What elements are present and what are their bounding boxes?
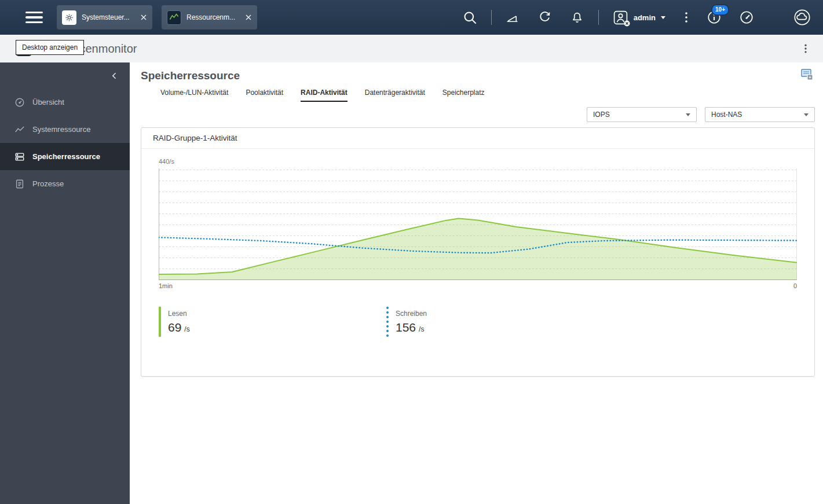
taskbar-tab-control-panel[interactable]: Systemsteuer... — [57, 5, 152, 30]
tab-datentraegeraktivitaet[interactable]: Datenträgeraktivität — [365, 89, 425, 102]
raid-activity-card: RAID-Gruppe-1-Aktivität 440/s 1min 0 Les… — [141, 127, 815, 377]
chevron-down-icon — [661, 16, 665, 19]
legend-value: 69 — [168, 321, 181, 334]
sidebar-item-systemressource[interactable]: Systemressource — [0, 116, 130, 143]
topbar: Systemsteuer... Ressourcenm... — [0, 0, 823, 35]
page-title: Speicherressource — [141, 69, 240, 82]
filter-row: IOPS Host-NAS — [141, 107, 815, 122]
chevron-down-icon — [804, 113, 809, 116]
search-icon[interactable] — [454, 0, 487, 35]
divider — [598, 10, 599, 25]
metric-select[interactable]: IOPS — [587, 107, 697, 122]
notifications-bell-icon[interactable] — [561, 0, 594, 35]
window-titlebar: Ressourcenmonitor Desktop anzeigen — [0, 35, 823, 62]
sidebar-item-label: Systemressource — [32, 125, 90, 134]
x-axis-left-label: 1min — [159, 282, 173, 289]
sidebar-item-speicherressource[interactable]: Speicherressource — [0, 143, 130, 170]
notification-count-badge: 10+ — [711, 4, 729, 16]
close-tab-icon[interactable] — [137, 14, 147, 20]
legend-item-lesen: Lesen 69 /s — [159, 307, 386, 337]
sidebar: Übersicht Systemressource Speicherressou… — [0, 62, 130, 504]
topbar-actions: admin 10+ — [454, 0, 818, 35]
y-axis-max-label: 440/s — [159, 158, 797, 165]
myqnapcloud-icon[interactable] — [786, 0, 818, 35]
main-menu-icon[interactable] — [25, 12, 43, 24]
system-records-icon[interactable] — [800, 67, 815, 84]
line-chart-icon — [14, 124, 25, 135]
taskbar-tab-label: Ressourcenm... — [186, 13, 235, 21]
user-avatar-icon — [613, 10, 628, 25]
process-list-icon — [14, 179, 25, 189]
divider — [491, 10, 492, 25]
screen: Systemsteuer... Ressourcenm... — [0, 0, 823, 504]
raid-activity-plot-svg — [159, 168, 797, 280]
tab-speicherplatz[interactable]: Speicherplatz — [442, 89, 485, 102]
sidebar-item-label: Speicherressource — [32, 152, 100, 161]
legend-label: Lesen — [168, 310, 386, 318]
username-label: admin — [634, 13, 656, 22]
plot-area — [159, 168, 797, 280]
tab-volume-lun-aktivitaet[interactable]: Volume-/LUN-Aktivität — [160, 89, 228, 102]
tab-raid-aktivitaet[interactable]: RAID-Aktivität — [301, 89, 348, 102]
taskbar-tab-resource-monitor[interactable]: Ressourcenm... — [162, 5, 257, 30]
resource-monitor-chart-icon — [167, 10, 181, 25]
chevron-down-icon — [686, 113, 690, 116]
raid-activity-chart: 440/s 1min 0 — [141, 149, 814, 289]
legend-label: Schreiben — [396, 310, 427, 318]
tab-poolaktivitaet[interactable]: Poolaktivität — [246, 89, 283, 102]
legend-item-schreiben: Schreiben 156 /s — [386, 307, 427, 337]
user-status-badge-icon — [624, 20, 630, 27]
host-select[interactable]: Host-NAS — [705, 107, 815, 122]
taskbar-tabs: Systemsteuer... Ressourcenm... — [57, 5, 257, 30]
user-menu[interactable]: admin — [603, 10, 675, 25]
main-content: Speicherressource Volume-/LUN-Aktivität … — [130, 62, 823, 504]
host-select-value: Host-NAS — [711, 111, 742, 119]
taskbar-tab-label: Systemsteuer... — [82, 13, 130, 21]
activity-tabs: Volume-/LUN-Aktivität Poolaktivität RAID… — [160, 89, 815, 102]
legend-value: 156 — [396, 321, 416, 334]
legend-unit: /s — [419, 325, 424, 333]
sync-icon[interactable] — [529, 0, 561, 35]
overview-gauge-icon — [14, 97, 25, 108]
sidebar-item-label: Übersicht — [32, 98, 64, 106]
close-tab-icon[interactable] — [242, 14, 251, 20]
sidebar-item-prozesse[interactable]: Prozesse — [0, 170, 130, 197]
x-axis-labels: 1min 0 — [159, 282, 797, 289]
storage-stack-icon — [14, 152, 25, 162]
window-options-kebab-icon[interactable] — [799, 42, 813, 56]
card-title: RAID-Gruppe-1-Aktivität — [141, 128, 814, 149]
legend-unit: /s — [184, 325, 189, 333]
metric-select-value: IOPS — [593, 111, 610, 119]
sidebar-item-uebersicht[interactable]: Übersicht — [0, 89, 130, 116]
desktop-anzeigen-tooltip: Desktop anzeigen — [16, 40, 84, 55]
x-axis-right-label: 0 — [793, 282, 797, 289]
more-options-icon[interactable] — [675, 0, 698, 35]
sidebar-collapse-chevron-icon[interactable] — [0, 62, 130, 89]
background-tasks-icon[interactable] — [496, 0, 529, 35]
notifications-info-icon[interactable]: 10+ — [698, 0, 730, 35]
dashboard-gauge-icon[interactable] — [730, 0, 763, 35]
control-panel-gear-icon — [62, 10, 76, 25]
chart-legend: Lesen 69 /s Schreiben 156 /s — [141, 307, 814, 337]
sidebar-item-label: Prozesse — [32, 179, 64, 188]
